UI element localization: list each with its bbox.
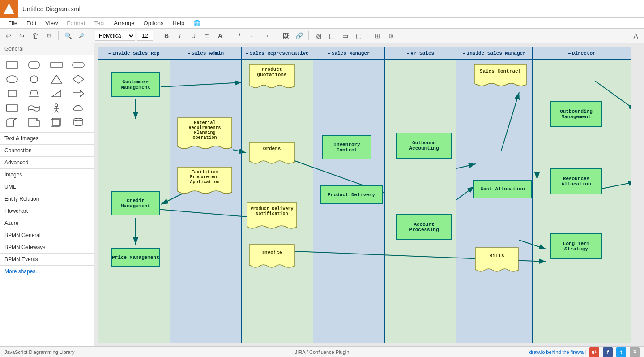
underline-button[interactable]: U xyxy=(188,30,199,41)
node-cost-allocation[interactable]: Cost Allocation xyxy=(473,180,532,198)
sidebar-item-bpmn-events[interactable]: BPMN Events xyxy=(0,253,94,265)
italic-button[interactable]: I xyxy=(174,30,186,41)
sidebar-item-uml[interactable]: UML xyxy=(0,181,94,193)
font-color-button[interactable]: A xyxy=(214,30,226,41)
node-orders[interactable]: Orders xyxy=(248,142,295,168)
shadow-button[interactable]: ◫ xyxy=(326,30,337,41)
sidebar-more-shapes-label: More shapes... xyxy=(4,268,40,275)
shape-circle[interactable] xyxy=(26,73,43,86)
menu-globe[interactable]: 🌐 xyxy=(190,19,204,27)
col3-collapse-icon[interactable]: ▬ xyxy=(246,51,248,56)
node-sales-contract[interactable]: Sales Contract xyxy=(473,63,527,90)
col6-collapse-icon[interactable]: ▬ xyxy=(463,51,465,56)
redo-button[interactable]: ↪ xyxy=(16,30,28,41)
col2-collapse-icon[interactable]: ▬ xyxy=(188,51,190,56)
node-outbounding-management[interactable]: Outbounding Management xyxy=(550,101,602,127)
canvas-area[interactable]: ▬ Inside Sales Rep ▬ Sales Admin ▬ Sales… xyxy=(94,43,644,346)
line-button[interactable]: / xyxy=(234,30,245,41)
menu-file[interactable]: File xyxy=(4,19,21,27)
sidebar-item-azure[interactable]: Azure xyxy=(0,217,94,229)
rect2-button[interactable]: ▢ xyxy=(353,30,364,41)
node-credit-management[interactable]: Credit Management xyxy=(111,191,160,215)
fill-button[interactable]: ▧ xyxy=(312,30,324,41)
close-icon[interactable]: ✕ xyxy=(630,347,640,357)
node-customerr-management[interactable]: Customerr Management xyxy=(111,72,160,97)
node-resources-allocation[interactable]: Resources Allocation xyxy=(550,168,602,194)
node-bills[interactable]: Bills xyxy=(474,247,519,276)
menu-edit[interactable]: Edit xyxy=(23,19,40,27)
col5-collapse-icon[interactable]: ▬ xyxy=(407,51,409,56)
facebook-icon[interactable]: f xyxy=(603,347,613,357)
bold-button[interactable]: B xyxy=(161,30,172,41)
node-product-delivery-notif[interactable]: Product DeliveryNotification xyxy=(246,202,298,232)
shape-parallelogram[interactable] xyxy=(4,87,21,100)
zoom-out-button[interactable]: 🔎 xyxy=(76,30,87,41)
node-outbound-accounting[interactable]: Outbound Accounting xyxy=(396,133,452,159)
shape-right-triangle[interactable] xyxy=(48,87,65,100)
shape-wide-rect[interactable] xyxy=(48,59,65,71)
node-material-req[interactable]: MaterialRequirementsPlanningOperation xyxy=(177,117,233,153)
shape-arrow[interactable] xyxy=(70,87,87,100)
grid-button[interactable]: ⊞ xyxy=(372,30,384,41)
col1-collapse-icon[interactable]: ▬ xyxy=(108,51,111,56)
menu-arrange[interactable]: Arrange xyxy=(110,19,138,27)
shape-box3d[interactable] xyxy=(4,116,21,129)
node-facilities-procurement[interactable]: FacilitiesProcurementApplication xyxy=(177,166,233,198)
shape-page[interactable] xyxy=(26,116,43,129)
sidebar-item-connection[interactable]: Connection xyxy=(0,144,94,156)
node-price-management[interactable]: Price Management xyxy=(111,248,160,267)
node-product-delivery[interactable]: Product Delivery xyxy=(320,185,383,204)
sidebar-item-bpmn-general[interactable]: BPMN General xyxy=(0,229,94,241)
sidebar-item-more-shapes[interactable]: More shapes... xyxy=(0,265,94,277)
svg-rect-1 xyxy=(29,62,39,68)
google-plus-icon[interactable]: g+ xyxy=(589,347,599,357)
sidebar-item-images[interactable]: Images xyxy=(0,168,94,181)
node-invoice[interactable]: Invoice xyxy=(248,244,295,271)
node-long-term-strategy[interactable]: Long Term Strategy xyxy=(550,233,602,259)
shape-trapezoid[interactable] xyxy=(26,87,43,100)
font-size-input[interactable] xyxy=(137,31,153,41)
align-button[interactable]: ≡ xyxy=(201,30,213,41)
add-button[interactable]: ⊕ xyxy=(385,30,397,41)
sidebar-item-text-images[interactable]: Text & Images xyxy=(0,132,94,144)
col7-collapse-icon[interactable]: ▬ xyxy=(568,51,570,56)
node-inventory-control[interactable]: Inventory Control xyxy=(322,135,371,159)
image-button[interactable]: 🖼 xyxy=(280,30,291,41)
col4-collapse-icon[interactable]: ▬ xyxy=(328,51,330,56)
shape-cloud[interactable] xyxy=(70,102,87,114)
sidebar-item-advanced[interactable]: Advanced xyxy=(0,156,94,168)
arrow-left-button[interactable]: ← xyxy=(247,30,259,41)
arrow-right-button[interactable]: → xyxy=(260,30,272,41)
diagram-canvas[interactable]: ▬ Inside Sales Rep ▬ Sales Admin ▬ Sales… xyxy=(98,47,631,343)
shape-triangle[interactable] xyxy=(48,73,65,86)
sidebar-item-entity-relation[interactable]: Entity Relation xyxy=(0,193,94,205)
menu-help[interactable]: Help xyxy=(169,19,188,27)
reset-view-button[interactable]: ⊡ xyxy=(43,30,55,41)
sidebar-item-flowchart[interactable]: Flowchart xyxy=(0,205,94,217)
node-product-quotations[interactable]: ProductQuotations xyxy=(248,63,295,92)
shape-bracket[interactable] xyxy=(4,102,21,114)
undo-button[interactable]: ↩ xyxy=(3,30,14,41)
link-button[interactable]: 🔗 xyxy=(293,30,305,41)
shape-wide-rounded[interactable] xyxy=(70,59,87,71)
shape-person[interactable] xyxy=(48,102,65,114)
node-account-processing[interactable]: Account Processing xyxy=(396,214,452,240)
twitter-icon[interactable]: t xyxy=(616,347,626,357)
svg-point-4 xyxy=(7,76,17,83)
rect1-button[interactable]: ▭ xyxy=(339,30,351,41)
shape-diamond[interactable] xyxy=(70,73,87,86)
menu-view[interactable]: View xyxy=(42,19,61,27)
delete-button[interactable]: 🗑 xyxy=(30,30,41,41)
sidebar-item-bpmn-gateways[interactable]: BPMN Gateways xyxy=(0,241,94,253)
shape-ellipse[interactable] xyxy=(4,73,21,86)
collapse-toolbar-button[interactable]: ⋀ xyxy=(630,30,641,41)
shape-rect[interactable] xyxy=(4,59,21,71)
menu-options[interactable]: Options xyxy=(140,19,167,27)
swimlane-col-2 xyxy=(170,60,242,343)
shape-wave[interactable] xyxy=(26,102,43,114)
shape-cylinder[interactable] xyxy=(70,116,87,129)
zoom-in-button[interactable]: 🔍 xyxy=(62,30,74,41)
shape-multi-doc[interactable] xyxy=(48,116,65,129)
shape-rounded-rect[interactable] xyxy=(26,59,43,71)
font-family-select[interactable]: Helvetica xyxy=(95,31,135,41)
